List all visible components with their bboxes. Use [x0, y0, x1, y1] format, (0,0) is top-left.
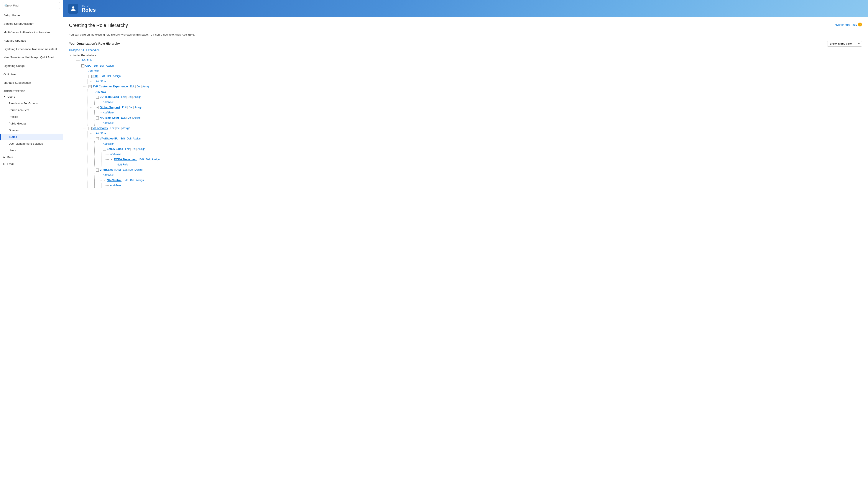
nav-user-management-settings[interactable]: User Management Settings: [0, 140, 63, 147]
na-central-edit[interactable]: Edit: [124, 178, 128, 183]
nav-profiles[interactable]: Profiles: [0, 113, 63, 120]
add-role-link-eu-team-lead[interactable]: Add Role: [103, 100, 114, 104]
na-team-lead-assign[interactable]: Assign: [133, 116, 141, 120]
data-group-header[interactable]: ▶ Data: [0, 154, 63, 161]
nav-mobile-quickstart[interactable]: New Salesforce Mobile App QuickStart: [0, 53, 63, 62]
vpofs-nam-assign[interactable]: Assign: [135, 168, 143, 172]
ceo-tree-icon[interactable]: −: [82, 64, 85, 67]
nav-permission-set-groups[interactable]: Permission Set Groups: [0, 100, 63, 107]
vp-sales-link[interactable]: VP of Sales: [92, 126, 108, 131]
na-team-lead-del[interactable]: Del: [128, 116, 131, 120]
global-support-link[interactable]: Global Support: [100, 105, 120, 110]
eu-team-lead-del[interactable]: Del: [128, 95, 131, 99]
na-team-lead-edit[interactable]: Edit: [121, 116, 126, 120]
vpofs-nam-link[interactable]: VPofSales-NAM: [100, 168, 121, 172]
add-role-link-vpofs-eu[interactable]: Add Role: [103, 142, 114, 146]
emea-team-lead-link[interactable]: EMEA Team Lead: [114, 157, 137, 162]
nav-roles[interactable]: Roles: [0, 134, 63, 140]
nav-mfa-assistant[interactable]: Multi-Factor Authentication Assistant: [0, 28, 63, 37]
vpofs-nam-del[interactable]: Del: [129, 168, 133, 172]
cto-del-link[interactable]: Del: [107, 74, 111, 78]
add-role-link-emea-sales[interactable]: Add Role: [110, 152, 121, 156]
add-role-link-cto[interactable]: Add Role: [96, 79, 106, 84]
emea-sales-link[interactable]: EMEA Sales: [107, 147, 123, 152]
add-role-link-na-central[interactable]: Add Role: [110, 184, 121, 188]
eu-team-lead-assign[interactable]: Assign: [133, 95, 141, 99]
na-central-del[interactable]: Del: [130, 178, 134, 183]
global-support-assign[interactable]: Assign: [134, 105, 142, 109]
add-role-link-root[interactable]: Add Role: [82, 59, 92, 63]
ceo-del-link[interactable]: Del: [100, 64, 104, 68]
emea-sales-edit[interactable]: Edit: [125, 147, 130, 151]
emea-team-lead-del[interactable]: Del: [146, 158, 150, 162]
cto-assign-link[interactable]: Assign: [113, 74, 121, 78]
vp-sales-edit[interactable]: Edit: [110, 126, 115, 130]
expand-all-link[interactable]: Expand All: [86, 48, 100, 52]
add-role-link-ceo[interactable]: Add Role: [89, 69, 99, 73]
ceo-role-link[interactable]: CEO: [85, 64, 91, 68]
nav-manage-subscription[interactable]: Manage Subscription: [0, 79, 63, 87]
global-support-edit[interactable]: Edit: [122, 105, 127, 109]
global-support-icon[interactable]: −: [96, 106, 99, 109]
nav-lightning-usage[interactable]: Lightning Usage: [0, 62, 63, 70]
add-role-row-root: Add Role: [73, 58, 862, 63]
emea-team-lead-edit[interactable]: Edit: [140, 158, 144, 162]
users-group-header[interactable]: ▼ Users: [0, 93, 63, 100]
na-central-icon[interactable]: −: [103, 179, 106, 182]
tree-view-select[interactable]: Show in tree viewShow in list view: [827, 41, 862, 46]
add-role-link-vp-sales[interactable]: Add Role: [96, 131, 106, 135]
nav-users[interactable]: Users: [0, 147, 63, 154]
cto-role-link[interactable]: CTO: [92, 74, 98, 78]
na-central-link[interactable]: NA-Central: [107, 178, 122, 183]
nav-release-updates[interactable]: Release Updates: [0, 37, 63, 45]
svp-cx-tree-icon[interactable]: −: [89, 85, 92, 88]
emea-team-lead-assign[interactable]: Assign: [152, 158, 160, 162]
vpofs-eu-edit[interactable]: Edit: [120, 137, 125, 141]
nav-permission-sets[interactable]: Permission Sets: [0, 107, 63, 113]
vpofs-eu-del[interactable]: Del: [127, 137, 131, 141]
vp-sales-icon[interactable]: −: [89, 127, 92, 130]
ceo-assign-link[interactable]: Assign: [106, 64, 114, 68]
ceo-edit-link[interactable]: Edit: [94, 64, 98, 68]
emea-sales-icon[interactable]: −: [103, 148, 106, 151]
cto-tree-icon[interactable]: −: [89, 75, 92, 78]
nav-public-groups[interactable]: Public Groups: [0, 120, 63, 127]
add-role-link-emea-team-lead[interactable]: Add Role: [117, 163, 128, 167]
emea-team-lead-icon[interactable]: −: [110, 158, 113, 161]
email-group-header[interactable]: ▶ Email: [0, 161, 63, 167]
vp-sales-assign[interactable]: Assign: [122, 126, 130, 130]
na-team-lead-icon[interactable]: −: [96, 117, 99, 120]
vpofs-eu-icon[interactable]: −: [96, 137, 99, 140]
help-link[interactable]: Help for this Page ?: [835, 23, 862, 27]
collapse-all-link[interactable]: Collapse All: [69, 48, 84, 52]
eu-team-lead-edit[interactable]: Edit: [121, 95, 126, 99]
add-role-link-global-support[interactable]: Add Role: [103, 110, 114, 115]
search-input[interactable]: [3, 2, 60, 9]
nav-setup-home[interactable]: Setup Home: [0, 11, 63, 20]
svp-cx-edit-link[interactable]: Edit: [130, 85, 134, 89]
svp-cx-role-link[interactable]: SVP Customer Experience: [92, 85, 128, 89]
add-role-link-svp-cx[interactable]: Add Role: [96, 90, 106, 94]
cto-edit-link[interactable]: Edit: [100, 74, 105, 78]
nav-lightning-transition[interactable]: Lightning Experience Transition Assistan…: [0, 45, 63, 54]
add-role-link-na-team-lead[interactable]: Add Role: [103, 121, 114, 125]
global-support-del[interactable]: Del: [129, 105, 132, 109]
na-team-lead-link[interactable]: NA Team Lead: [100, 116, 119, 120]
nav-service-setup[interactable]: Service Setup Assistant: [0, 20, 63, 28]
vpofs-eu-link[interactable]: VPofSales-EU: [100, 136, 118, 141]
emea-sales-del[interactable]: Del: [131, 147, 135, 151]
svp-cx-del-link[interactable]: Del: [136, 85, 141, 89]
tree-root-icon[interactable]: −: [69, 54, 72, 57]
vpofs-nam-icon[interactable]: −: [96, 168, 99, 171]
eu-team-lead-link[interactable]: EU-Team Lead: [100, 95, 119, 99]
add-role-link-vpofs-nam[interactable]: Add Role: [103, 173, 114, 177]
nav-optimizer[interactable]: Optimizer: [0, 70, 63, 79]
na-central-assign[interactable]: Assign: [136, 178, 144, 183]
vpofs-eu-assign[interactable]: Assign: [133, 137, 141, 141]
vp-sales-del[interactable]: Del: [116, 126, 120, 130]
vpofs-nam-edit[interactable]: Edit: [123, 168, 128, 172]
svp-cx-assign-link[interactable]: Assign: [142, 85, 150, 89]
eu-team-lead-icon[interactable]: −: [96, 96, 99, 99]
nav-queues[interactable]: Queues: [0, 127, 63, 134]
emea-sales-assign[interactable]: Assign: [137, 147, 145, 151]
